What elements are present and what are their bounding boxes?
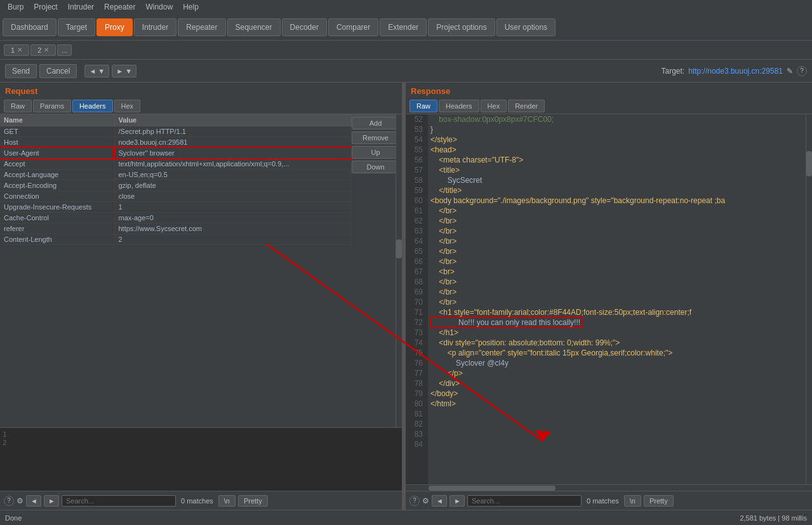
response-line-number: 74 — [411, 338, 423, 348]
down-header-button[interactable]: Down — [352, 161, 399, 173]
request-find-help-icon[interactable]: ? — [4, 496, 14, 506]
response-find-prev[interactable]: ◄ — [432, 495, 447, 507]
request-tab-headers[interactable]: Headers — [72, 100, 113, 112]
header-row[interactable]: Upgrade-Insecure-Requests1 — [0, 202, 402, 213]
tab-proxy[interactable]: Proxy — [97, 18, 133, 36]
response-tab-hex[interactable]: Hex — [481, 100, 507, 112]
request-tab-params[interactable]: Params — [33, 100, 71, 112]
cancel-button[interactable]: Cancel — [39, 64, 77, 78]
header-value-cell: https://www.Sycsecret.com — [114, 223, 351, 234]
tab-dashboard[interactable]: Dashboard — [3, 18, 57, 36]
tab-comparer[interactable]: Comparer — [328, 18, 378, 36]
menu-repeater[interactable]: Repeater — [99, 1, 140, 13]
nav-forward-button[interactable]: ► ▼ — [112, 65, 136, 77]
response-scrollbar-thumb[interactable] — [806, 151, 812, 176]
header-row[interactable]: Accept-Languageen-US,en;q=0.5 — [0, 169, 402, 180]
request-find-settings-icon[interactable]: ⚙ — [17, 496, 23, 505]
tab-sequencer[interactable]: Sequencer — [227, 18, 281, 36]
header-row[interactable]: Hostnode3.buuoj.cn:29581 — [0, 137, 402, 148]
response-line-number: 77 — [411, 368, 423, 378]
target-url[interactable]: http://node3.buuoj.cn:29581 — [688, 67, 783, 76]
menu-help[interactable]: Help — [178, 1, 204, 13]
header-row[interactable]: User-AgentSyclover" browser — [0, 148, 402, 159]
response-scrollbar[interactable] — [806, 114, 812, 484]
header-value-cell: max-age=0 — [114, 213, 351, 223]
response-line-number: 69 — [411, 287, 423, 297]
response-tab-render[interactable]: Render — [508, 100, 545, 112]
status-right: 2,581 bytes | 98 millis — [740, 514, 807, 522]
request-body-area[interactable]: 1 2 — [0, 427, 402, 491]
sub-tab-1[interactable]: 1 ✕ — [4, 44, 29, 56]
sub-tab-row: 1 ✕ 2 ✕ ... — [0, 41, 812, 60]
close-tab-1-icon[interactable]: ✕ — [17, 46, 22, 53]
header-row[interactable]: Accept-Encodinggzip, deflate — [0, 180, 402, 191]
header-row[interactable]: Accepttext/html,application/xhtml+xml,ap… — [0, 159, 402, 169]
request-body-content[interactable] — [12, 430, 399, 488]
request-find-next[interactable]: ► — [44, 495, 59, 507]
response-hscroll[interactable] — [406, 484, 812, 491]
header-name-cell: Cache-Control — [0, 213, 114, 223]
status-left: Done — [5, 514, 22, 522]
add-header-button[interactable]: Add — [352, 117, 399, 130]
tab-repeater[interactable]: Repeater — [178, 18, 225, 36]
response-pretty-button[interactable]: Pretty — [644, 495, 674, 507]
response-find-next[interactable]: ► — [449, 495, 465, 507]
response-code-line: </br> — [430, 246, 803, 256]
response-code-line: <p align="center" style="font:italic 15p… — [430, 348, 803, 358]
sub-tab-2[interactable]: 2 ✕ — [30, 44, 56, 56]
header-row[interactable]: GET/Secret.php HTTP/1.1 — [0, 126, 402, 137]
request-search-input[interactable] — [62, 495, 176, 507]
header-row[interactable]: Connectionclose — [0, 191, 402, 202]
menu-window[interactable]: Window — [140, 1, 178, 13]
tab-target[interactable]: Target — [58, 18, 95, 36]
response-code-line: box-shadow:0px0px8px#7CFC00; — [430, 114, 803, 124]
request-pretty-button[interactable]: Pretty — [238, 495, 268, 507]
header-value-cell: Syclover" browser — [114, 148, 351, 159]
request-find-prev[interactable]: ◄ — [26, 495, 41, 507]
edit-target-icon[interactable]: ✎ — [787, 67, 793, 76]
response-line-number: 82 — [411, 419, 423, 429]
tab-intruder[interactable]: Intruder — [134, 18, 176, 36]
nav-back-button[interactable]: ◄ ▼ — [84, 65, 109, 77]
header-row[interactable]: Content-Length2 — [0, 234, 402, 245]
up-header-button[interactable]: Up — [352, 146, 399, 159]
headers-table-scroll[interactable]: Name Value GET/Secret.php HTTP/1.1Hostno… — [0, 114, 402, 427]
menu-burp[interactable]: Burp — [3, 1, 29, 13]
close-tab-2-icon[interactable]: ✕ — [44, 46, 49, 53]
response-tab-headers[interactable]: Headers — [439, 100, 479, 112]
header-name-cell: Content-Length — [0, 234, 114, 245]
header-value-cell: node3.buuoj.cn:29581 — [114, 137, 351, 148]
request-newline-button[interactable]: \n — [218, 495, 236, 507]
request-tab-hex[interactable]: Hex — [114, 100, 141, 112]
response-search-input[interactable] — [467, 495, 582, 507]
response-hscroll-thumb[interactable] — [429, 486, 556, 491]
tab-user-options[interactable]: User options — [496, 18, 556, 36]
header-row[interactable]: Cache-Controlmax-age=0 — [0, 213, 402, 223]
request-scrollbar[interactable] — [396, 114, 402, 427]
request-scrollbar-thumb[interactable] — [396, 239, 402, 258]
sub-tab-more[interactable]: ... — [57, 44, 72, 56]
tab-decoder[interactable]: Decoder — [282, 18, 327, 36]
response-match-count: 0 matches — [587, 497, 619, 505]
header-row[interactable]: refererhttps://www.Sycsecret.com — [0, 223, 402, 234]
response-code-line: <head> — [430, 145, 803, 155]
response-tab-raw[interactable]: Raw — [409, 100, 437, 112]
response-code-wrap[interactable]: 5253545556575859606162636465666768697071… — [406, 114, 812, 484]
response-line-number: 63 — [411, 226, 423, 236]
content-area: Request Raw Params Headers Hex Name Valu… — [0, 83, 812, 510]
tab-project-options[interactable]: Project options — [428, 18, 495, 36]
help-target-icon[interactable]: ? — [797, 66, 807, 76]
response-find-settings-icon[interactable]: ⚙ — [422, 496, 429, 505]
request-panel: Request Raw Params Headers Hex Name Valu… — [0, 83, 403, 510]
response-newline-button[interactable]: \n — [624, 495, 641, 507]
send-button[interactable]: Send — [5, 64, 37, 78]
response-line-number: 79 — [411, 389, 423, 399]
header-value-cell: gzip, deflate — [114, 180, 351, 191]
request-tab-raw[interactable]: Raw — [4, 100, 32, 112]
response-find-help-icon[interactable]: ? — [409, 496, 420, 506]
menu-project[interactable]: Project — [29, 1, 62, 13]
response-line-number: 70 — [411, 297, 423, 307]
menu-intruder[interactable]: Intruder — [63, 1, 99, 13]
tab-extender[interactable]: Extender — [380, 18, 427, 36]
remove-header-button[interactable]: Remove — [352, 131, 399, 144]
